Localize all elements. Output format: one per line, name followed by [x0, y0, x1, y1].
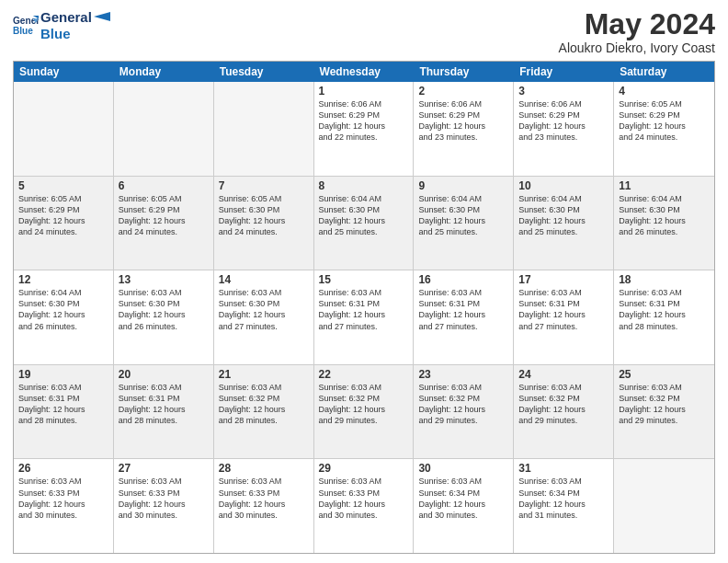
calendar-cell: 26Sunrise: 6:03 AMSunset: 6:33 PMDayligh… — [14, 459, 114, 553]
calendar-cell: 3Sunrise: 6:06 AMSunset: 6:29 PMDaylight… — [514, 82, 614, 176]
calendar-cell: 18Sunrise: 6:03 AMSunset: 6:31 PMDayligh… — [614, 270, 714, 364]
calendar-cell: 12Sunrise: 6:04 AMSunset: 6:30 PMDayligh… — [14, 270, 114, 364]
calendar-cell: 5Sunrise: 6:05 AMSunset: 6:29 PMDaylight… — [14, 177, 114, 270]
calendar: SundayMondayTuesdayWednesdayThursdayFrid… — [13, 61, 715, 554]
day-number: 14 — [219, 273, 309, 286]
day-info: Sunrise: 6:03 AMSunset: 6:32 PMDaylight:… — [219, 382, 309, 427]
day-number: 23 — [418, 368, 508, 381]
weekday-header-tuesday: Tuesday — [214, 62, 314, 82]
page: General Blue General Blue May 2024 Alouk… — [0, 0, 728, 563]
calendar-cell: 15Sunrise: 6:03 AMSunset: 6:31 PMDayligh… — [314, 270, 415, 364]
day-number: 11 — [619, 179, 710, 192]
day-info: Sunrise: 6:03 AMSunset: 6:33 PMDaylight:… — [18, 476, 108, 521]
calendar-cell: 20Sunrise: 6:03 AMSunset: 6:31 PMDayligh… — [114, 365, 214, 459]
day-info: Sunrise: 6:03 AMSunset: 6:32 PMDaylight:… — [619, 382, 710, 427]
day-number: 3 — [518, 85, 609, 98]
day-info: Sunrise: 6:04 AMSunset: 6:30 PMDaylight:… — [418, 193, 508, 238]
day-info: Sunrise: 6:06 AMSunset: 6:29 PMDaylight:… — [518, 98, 609, 144]
day-number: 16 — [418, 273, 508, 286]
day-number: 1 — [319, 85, 409, 98]
calendar-row: 5Sunrise: 6:05 AMSunset: 6:29 PMDaylight… — [14, 177, 714, 271]
day-number: 31 — [518, 462, 609, 475]
day-info: Sunrise: 6:03 AMSunset: 6:33 PMDaylight:… — [319, 476, 409, 521]
calendar-cell: 31Sunrise: 6:03 AMSunset: 6:34 PMDayligh… — [514, 459, 614, 553]
day-info: Sunrise: 6:03 AMSunset: 6:30 PMDaylight:… — [219, 287, 309, 332]
weekday-header-friday: Friday — [514, 62, 614, 82]
day-number: 21 — [219, 368, 309, 381]
day-info: Sunrise: 6:05 AMSunset: 6:29 PMDaylight:… — [619, 98, 710, 144]
calendar-cell: 19Sunrise: 6:03 AMSunset: 6:31 PMDayligh… — [14, 365, 114, 459]
calendar-cell: 7Sunrise: 6:05 AMSunset: 6:30 PMDaylight… — [214, 177, 314, 270]
day-info: Sunrise: 6:03 AMSunset: 6:33 PMDaylight:… — [219, 476, 309, 521]
day-number: 6 — [119, 179, 209, 192]
day-info: Sunrise: 6:05 AMSunset: 6:29 PMDaylight:… — [119, 193, 209, 238]
calendar-row: 26Sunrise: 6:03 AMSunset: 6:33 PMDayligh… — [14, 459, 714, 553]
day-info: Sunrise: 6:03 AMSunset: 6:32 PMDaylight:… — [319, 382, 409, 427]
calendar-cell: 17Sunrise: 6:03 AMSunset: 6:31 PMDayligh… — [514, 270, 614, 364]
calendar-cell: 25Sunrise: 6:03 AMSunset: 6:32 PMDayligh… — [614, 365, 714, 459]
day-info: Sunrise: 6:06 AMSunset: 6:29 PMDaylight:… — [319, 98, 409, 144]
day-number: 13 — [119, 273, 209, 286]
day-number: 18 — [619, 273, 710, 286]
calendar-cell: 30Sunrise: 6:03 AMSunset: 6:34 PMDayligh… — [414, 459, 514, 553]
calendar-row: 12Sunrise: 6:04 AMSunset: 6:30 PMDayligh… — [14, 270, 714, 365]
day-number: 24 — [518, 368, 609, 381]
weekday-header-sunday: Sunday — [14, 62, 114, 82]
day-number: 29 — [319, 462, 409, 475]
calendar-cell: 1Sunrise: 6:06 AMSunset: 6:29 PMDaylight… — [314, 82, 415, 176]
day-info: Sunrise: 6:03 AMSunset: 6:33 PMDaylight:… — [119, 476, 209, 521]
day-info: Sunrise: 6:03 AMSunset: 6:31 PMDaylight:… — [418, 287, 508, 332]
calendar-cell: 21Sunrise: 6:03 AMSunset: 6:32 PMDayligh… — [214, 365, 314, 459]
calendar-cell — [614, 459, 714, 553]
calendar-cell: 23Sunrise: 6:03 AMSunset: 6:32 PMDayligh… — [414, 365, 514, 459]
calendar-header: SundayMondayTuesdayWednesdayThursdayFrid… — [14, 62, 714, 82]
calendar-row: 19Sunrise: 6:03 AMSunset: 6:31 PMDayligh… — [14, 365, 714, 460]
calendar-cell: 10Sunrise: 6:04 AMSunset: 6:30 PMDayligh… — [514, 177, 614, 270]
calendar-cell: 16Sunrise: 6:03 AMSunset: 6:31 PMDayligh… — [414, 270, 514, 364]
day-info: Sunrise: 6:04 AMSunset: 6:30 PMDaylight:… — [518, 193, 609, 238]
logo-general: General — [40, 9, 92, 26]
day-info: Sunrise: 6:04 AMSunset: 6:30 PMDaylight:… — [319, 193, 409, 238]
day-number: 25 — [619, 368, 710, 381]
day-info: Sunrise: 6:03 AMSunset: 6:32 PMDaylight:… — [418, 382, 508, 427]
day-number: 15 — [319, 273, 409, 286]
header-right: May 2024 Aloukro Diekro, Ivory Coast — [559, 9, 715, 55]
day-info: Sunrise: 6:05 AMSunset: 6:29 PMDaylight:… — [18, 193, 108, 238]
day-number: 30 — [418, 462, 508, 475]
logo-blue: Blue — [40, 26, 92, 42]
day-number: 7 — [219, 179, 309, 192]
calendar-cell: 24Sunrise: 6:03 AMSunset: 6:32 PMDayligh… — [514, 365, 614, 459]
day-number: 12 — [18, 273, 108, 286]
calendar-cell: 6Sunrise: 6:05 AMSunset: 6:29 PMDaylight… — [114, 177, 214, 270]
calendar-cell: 22Sunrise: 6:03 AMSunset: 6:32 PMDayligh… — [314, 365, 415, 459]
location: Aloukro Diekro, Ivory Coast — [559, 40, 715, 55]
day-number: 4 — [619, 85, 710, 98]
day-number: 19 — [18, 368, 108, 381]
header: General Blue General Blue May 2024 Alouk… — [13, 9, 715, 55]
logo: General Blue General Blue — [13, 9, 110, 42]
day-info: Sunrise: 6:04 AMSunset: 6:30 PMDaylight:… — [619, 193, 710, 238]
calendar-body: 1Sunrise: 6:06 AMSunset: 6:29 PMDaylight… — [14, 82, 714, 553]
calendar-cell: 11Sunrise: 6:04 AMSunset: 6:30 PMDayligh… — [614, 177, 714, 270]
day-info: Sunrise: 6:04 AMSunset: 6:30 PMDaylight:… — [18, 287, 108, 332]
day-number: 9 — [418, 179, 508, 192]
day-number: 26 — [18, 462, 108, 475]
calendar-cell — [14, 82, 114, 176]
day-number: 10 — [518, 179, 609, 192]
calendar-cell: 4Sunrise: 6:05 AMSunset: 6:29 PMDaylight… — [614, 82, 714, 176]
day-info: Sunrise: 6:03 AMSunset: 6:31 PMDaylight:… — [619, 287, 710, 332]
weekday-header-thursday: Thursday — [414, 62, 514, 82]
day-number: 20 — [119, 368, 209, 381]
day-info: Sunrise: 6:06 AMSunset: 6:29 PMDaylight:… — [418, 98, 508, 144]
calendar-cell: 14Sunrise: 6:03 AMSunset: 6:30 PMDayligh… — [214, 270, 314, 364]
day-info: Sunrise: 6:03 AMSunset: 6:31 PMDaylight:… — [518, 287, 609, 332]
day-number: 2 — [418, 85, 508, 98]
day-number: 5 — [18, 179, 108, 192]
calendar-cell — [114, 82, 214, 176]
calendar-cell: 27Sunrise: 6:03 AMSunset: 6:33 PMDayligh… — [114, 459, 214, 553]
logo-icon: General Blue — [13, 13, 39, 39]
calendar-cell: 29Sunrise: 6:03 AMSunset: 6:33 PMDayligh… — [314, 459, 415, 553]
svg-text:Blue: Blue — [13, 26, 33, 36]
day-info: Sunrise: 6:03 AMSunset: 6:31 PMDaylight:… — [319, 287, 409, 332]
calendar-cell: 8Sunrise: 6:04 AMSunset: 6:30 PMDaylight… — [314, 177, 415, 270]
